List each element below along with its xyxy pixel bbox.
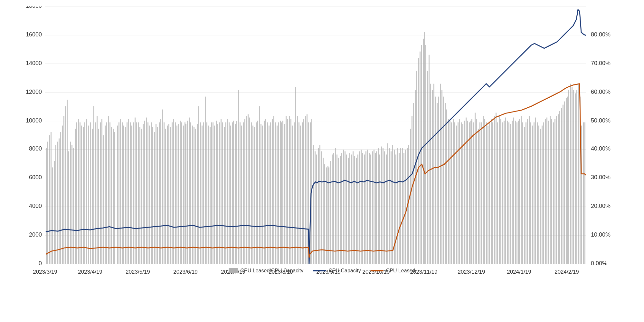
- svg-rect-144: [286, 116, 287, 264]
- svg-rect-95: [154, 132, 155, 264]
- svg-rect-152: [298, 122, 299, 264]
- svg-rect-348: [461, 122, 462, 264]
- svg-rect-358: [504, 121, 505, 264]
- svg-rect-167: [341, 153, 342, 264]
- svg-rect-177: [357, 154, 358, 264]
- svg-rect-118: [208, 126, 209, 264]
- svg-rect-323: [370, 154, 371, 264]
- svg-rect-137: [259, 106, 260, 264]
- svg-rect-135: [256, 122, 257, 264]
- svg-rect-205: [441, 90, 442, 264]
- legend-item-capacity: CPU Capacity: [313, 268, 361, 274]
- svg-rect-211: [473, 122, 474, 264]
- svg-text:18000: 18000: [26, 6, 42, 9]
- svg-rect-313: [324, 164, 325, 264]
- svg-rect-258: [118, 122, 119, 264]
- svg-rect-301: [277, 126, 278, 264]
- svg-rect-181: [381, 146, 382, 264]
- main-chart-svg: 0 2000 4000 6000 8000 10000 12000 14000 …: [26, 6, 618, 283]
- svg-rect-108: [192, 126, 193, 264]
- svg-rect-326: [375, 153, 376, 264]
- svg-rect-130: [248, 114, 249, 264]
- svg-rect-259: [120, 119, 121, 264]
- svg-rect-379: [564, 102, 565, 264]
- svg-rect-132: [251, 122, 252, 264]
- svg-rect-131: [249, 118, 250, 264]
- svg-rect-356: [500, 119, 501, 264]
- svg-rect-242: [543, 122, 544, 264]
- svg-rect-99: [160, 119, 161, 264]
- svg-rect-331: [408, 145, 409, 264]
- svg-rect-161: [332, 154, 333, 264]
- chart-area: 0 2000 4000 6000 8000 10000 12000 14000 …: [26, 6, 618, 283]
- svg-rect-168: [343, 150, 344, 264]
- svg-rect-92: [149, 126, 150, 264]
- svg-rect-221: [489, 122, 490, 264]
- svg-rect-109: [194, 127, 194, 264]
- svg-rect-78: [105, 126, 106, 264]
- svg-rect-336: [416, 71, 417, 264]
- svg-text:6000: 6000: [29, 174, 42, 181]
- svg-rect-72: [95, 122, 96, 264]
- svg-rect-266: [131, 126, 132, 264]
- svg-rect-255: [584, 122, 585, 264]
- svg-rect-201: [435, 97, 436, 264]
- svg-rect-154: [302, 122, 303, 264]
- svg-rect-67: [84, 122, 85, 264]
- svg-rect-170: [346, 154, 347, 264]
- svg-rect-86: [139, 127, 140, 264]
- svg-rect-293: [232, 122, 233, 264]
- svg-rect-185: [387, 143, 388, 264]
- svg-rect-79: [106, 122, 107, 264]
- svg-rect-365: [515, 121, 516, 264]
- svg-rect-287: [222, 122, 223, 264]
- svg-rect-182: [383, 148, 384, 264]
- svg-rect-180: [379, 154, 380, 264]
- svg-text:14000: 14000: [26, 60, 42, 66]
- svg-rect-179: [378, 148, 379, 264]
- svg-rect-249: [575, 93, 576, 264]
- svg-rect-317: [361, 150, 362, 264]
- svg-rect-190: [395, 154, 396, 264]
- svg-rect-299: [273, 116, 274, 264]
- svg-rect-296: [269, 126, 270, 264]
- svg-rect-303: [280, 121, 281, 264]
- svg-rect-237: [535, 118, 536, 264]
- svg-rect-338: [420, 52, 421, 264]
- svg-rect-127: [243, 122, 244, 264]
- svg-rect-133: [252, 126, 253, 264]
- svg-rect-175: [354, 156, 355, 264]
- svg-rect-194: [424, 32, 425, 264]
- svg-text:2023/5/19: 2023/5/19: [126, 269, 150, 275]
- svg-rect-351: [466, 118, 467, 264]
- svg-rect-122: [235, 124, 236, 264]
- svg-text:0.00%: 0.00%: [591, 260, 607, 267]
- svg-rect-247: [572, 87, 573, 264]
- svg-rect-188: [392, 145, 393, 264]
- svg-rect-371: [551, 119, 552, 264]
- svg-rect-123: [236, 121, 237, 264]
- svg-rect-243: [545, 119, 546, 264]
- svg-rect-148: [292, 126, 293, 264]
- svg-rect-125: [240, 122, 241, 264]
- svg-rect-173: [351, 154, 352, 264]
- svg-rect-174: [353, 151, 354, 264]
- svg-rect-312: [323, 158, 324, 264]
- svg-rect-238: [537, 122, 538, 264]
- svg-rect-286: [221, 119, 222, 264]
- svg-rect-83: [113, 129, 114, 264]
- svg-rect-310: [319, 145, 320, 264]
- svg-rect-90: [146, 118, 147, 264]
- svg-rect-104: [185, 124, 186, 264]
- svg-rect-169: [345, 151, 346, 264]
- svg-rect-64: [80, 122, 80, 264]
- svg-rect-341: [450, 121, 450, 264]
- svg-rect-278: [181, 122, 182, 264]
- svg-rect-346: [458, 122, 459, 264]
- svg-rect-77: [103, 135, 104, 264]
- svg-rect-186: [389, 148, 390, 264]
- svg-rect-292: [230, 126, 231, 264]
- svg-rect-265: [130, 122, 131, 264]
- svg-rect-141: [281, 122, 282, 264]
- svg-rect-354: [470, 121, 471, 264]
